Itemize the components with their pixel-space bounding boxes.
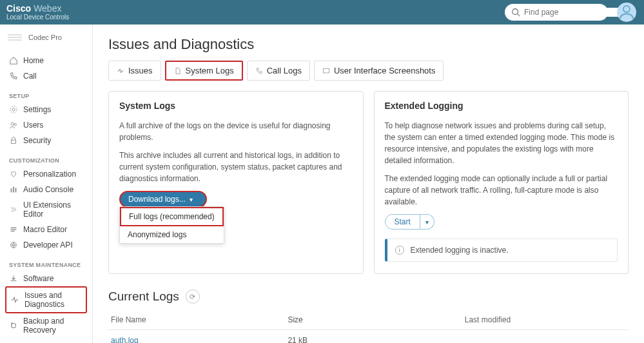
sidebar-item-label: Audio Console [23, 185, 73, 194]
sidebar-item-label: Users [23, 121, 43, 130]
svg-point-2 [623, 6, 630, 12]
info-icon: i [395, 246, 404, 255]
log-link[interactable]: auth.log [111, 336, 139, 343]
start-button[interactable]: Start [385, 214, 420, 230]
sidebar-item-users[interactable]: Users [5, 117, 87, 133]
audio-icon [9, 185, 18, 194]
call-log-icon [255, 67, 263, 75]
table-row: auth.log 21 kB [108, 330, 629, 344]
backup-icon [9, 321, 18, 330]
search-icon [511, 8, 520, 17]
diagnostics-icon [10, 295, 19, 304]
sidebar-item-label: Personalization [23, 170, 76, 179]
dropdown-option-full-logs[interactable]: Full logs (recommended) [120, 207, 224, 226]
tab-issues[interactable]: Issues [108, 61, 161, 81]
sidebar-heading-setup: SETUP [9, 93, 87, 99]
card-text: The extended logging mode can optionally… [385, 173, 618, 208]
tab-system-logs[interactable]: System Logs [165, 61, 243, 81]
svg-rect-11 [11, 228, 17, 228]
gear-icon [9, 105, 18, 114]
sidebar-item-personalization[interactable]: Personalization [5, 166, 87, 182]
avatar[interactable] [617, 3, 636, 22]
sidebar-item-label: Settings [23, 105, 51, 114]
card-text: This archive includes all current and hi… [119, 150, 353, 184]
sidebar-item-backup-recovery[interactable]: Backup and Recovery [5, 313, 87, 338]
sidebar-item-label: Backup and Recovery [23, 317, 83, 335]
current-logs-heading: Current Logs ⟳ [108, 289, 629, 304]
tab-call-logs[interactable]: Call Logs [247, 61, 310, 81]
sidebar-item-call[interactable]: Call [5, 68, 87, 84]
svg-rect-15 [323, 68, 329, 73]
system-logs-card: System Logs A full archive of the logs o… [108, 91, 364, 274]
search-box[interactable]: ? [505, 4, 608, 21]
card-title: Extended Logging [385, 101, 618, 111]
brand-main: Cisco [6, 4, 31, 14]
svg-line-1 [518, 14, 520, 17]
refresh-button[interactable]: ⟳ [186, 289, 200, 304]
tab-label: Call Logs [267, 66, 302, 75]
card-text: A full archive of the logs on the device… [119, 120, 353, 143]
main-content: Issues and Diagnostics Issues System Log… [93, 24, 644, 343]
sidebar-item-software[interactable]: Software [5, 271, 87, 286]
status-banner: i Extended logging is inactive. [385, 239, 618, 262]
app-header: Cisco Webex Local Device Controls ? [0, 0, 644, 24]
table-header-modified: Last modified [462, 310, 629, 330]
software-icon [9, 274, 18, 283]
sidebar-item-security[interactable]: Security [5, 133, 87, 148]
sidebar-heading-customization: CUSTOMIZATION [9, 157, 87, 164]
sidebar-item-label: Developer API [23, 240, 73, 250]
sidebar-item-label: Software [23, 274, 54, 283]
sidebar-item-label: Security [23, 136, 51, 145]
svg-rect-12 [11, 229, 17, 230]
sidebar-item-label: Call [23, 72, 37, 81]
call-icon [9, 72, 18, 81]
sidebar-item-label: UI Extensions Editor [23, 201, 83, 219]
sidebar-item-label: Issues and Diagnostics [24, 291, 82, 309]
file-icon [174, 67, 182, 75]
table-header-size: Size [285, 310, 462, 330]
device-name: Codec Pro [28, 34, 62, 41]
tab-bar: Issues System Logs Call Logs User Interf… [108, 61, 629, 81]
sidebar-item-macro-editor[interactable]: Macro Editor [5, 222, 87, 237]
svg-point-0 [512, 9, 518, 15]
svg-point-5 [11, 122, 14, 125]
sidebar-item-issues-diagnostics[interactable]: Issues and Diagnostics [5, 286, 87, 313]
dropdown-option-anonymized[interactable]: Anonymized logs [120, 226, 224, 243]
tab-label: Issues [128, 66, 153, 75]
download-logs-button[interactable]: Download logs... [119, 191, 207, 208]
brand-sub: Webex [34, 4, 61, 14]
svg-point-6 [14, 123, 17, 126]
ui-icon [9, 205, 18, 214]
sidebar-item-developer-api[interactable]: Developer API [5, 237, 87, 253]
sidebar-item-audio-console[interactable]: Audio Console [5, 182, 87, 197]
svg-rect-9 [13, 187, 14, 193]
svg-rect-13 [11, 231, 15, 231]
log-size: 21 kB [285, 330, 462, 344]
extended-logging-card: Extended Logging To help diagnose networ… [374, 91, 629, 274]
start-caret-button[interactable]: ▾ [420, 214, 434, 230]
svg-point-4 [10, 106, 17, 113]
macro-icon [9, 225, 18, 234]
card-text: To help diagnose network issues and prob… [385, 120, 618, 166]
screenshot-icon [322, 67, 330, 75]
users-icon [9, 121, 18, 130]
log-modified [462, 330, 629, 344]
status-text: Extended logging is inactive. [411, 246, 509, 255]
search-input[interactable] [524, 8, 621, 17]
sidebar-item-home[interactable]: Home [5, 53, 87, 68]
sidebar: Codec Pro Home Call SETUP Settings Users… [0, 24, 93, 343]
lock-icon [9, 136, 18, 145]
tab-ui-screenshots[interactable]: User Interface Screenshots [314, 61, 444, 81]
tab-label: System Logs [186, 66, 234, 75]
page-title: Issues and Diagnostics [108, 36, 629, 53]
svg-rect-8 [11, 188, 12, 192]
sidebar-item-ui-extensions[interactable]: UI Extensions Editor [5, 197, 87, 222]
sidebar-item-label: Macro Editor [23, 225, 67, 234]
sidebar-item-label: Home [23, 56, 44, 65]
tab-label: User Interface Screenshots [334, 66, 436, 75]
section-title-text: Current Logs [108, 289, 179, 304]
sidebar-item-settings[interactable]: Settings [5, 102, 87, 117]
download-logs-dropdown: Full logs (recommended) Anonymized logs [119, 206, 224, 244]
table-header-filename: File Name [108, 310, 285, 330]
heart-icon [9, 170, 18, 179]
